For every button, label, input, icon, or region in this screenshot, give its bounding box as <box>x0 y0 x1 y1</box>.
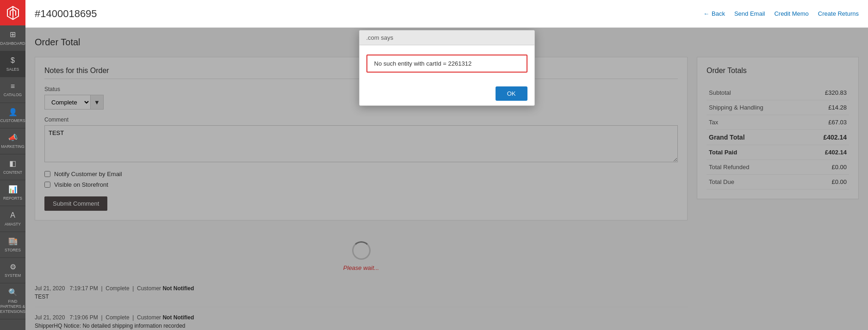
sidebar-item-label: REPORTS <box>3 196 22 201</box>
marketing-icon: 📣 <box>8 133 18 143</box>
reports-icon: 📊 <box>8 185 18 195</box>
sidebar-item-label: CUSTOMERS <box>0 118 25 123</box>
find-icon: 🔍 <box>8 288 18 298</box>
page-header: #1400018695 ← Back Send Email Credit Mem… <box>25 0 868 28</box>
credit-memo-button[interactable]: Credit Memo <box>774 10 808 17</box>
alert-dialog: .com says No such entity with cartId = 2… <box>359 30 535 106</box>
sidebar-item-label: FIND PARTNERS & EXTENSIONS <box>0 299 25 314</box>
content-area: .com says No such entity with cartId = 2… <box>25 28 868 330</box>
sales-icon: $ <box>11 56 15 66</box>
sidebar-item-label: AMASTY <box>5 222 21 227</box>
sidebar-item-label: SYSTEM <box>5 273 21 278</box>
sidebar-item-marketing[interactable]: 📣 MARKETING <box>0 128 25 154</box>
back-arrow-icon: ← <box>703 10 709 17</box>
send-email-button[interactable]: Send Email <box>734 10 765 17</box>
sidebar-item-label: DASHBOARD <box>0 41 25 46</box>
sidebar-item-dashboard[interactable]: ⊞ DASHBOARD <box>0 25 25 51</box>
sidebar: ⊞ DASHBOARD $ SALES ≡ CATALOG 👤 CUSTOMER… <box>0 0 25 330</box>
sidebar-item-reports[interactable]: 📊 REPORTS <box>0 180 25 206</box>
sidebar-item-label: SALES <box>6 67 19 72</box>
modal-footer: OK <box>360 82 534 105</box>
modal-ok-button[interactable]: OK <box>496 86 527 101</box>
sidebar-item-catalog[interactable]: ≡ CATALOG <box>0 77 25 103</box>
sidebar-item-system[interactable]: ⚙ SYSTEM <box>0 258 25 284</box>
sidebar-item-content[interactable]: ◧ CONTENT <box>0 154 25 180</box>
system-icon: ⚙ <box>10 263 16 272</box>
create-returns-button[interactable]: Create Returns <box>818 10 859 17</box>
amasty-icon: A <box>10 211 15 220</box>
modal-body: No such entity with cartId = 2261312 <box>360 45 534 82</box>
sidebar-item-sales[interactable]: $ SALES <box>0 51 25 77</box>
modal-header: .com says <box>360 31 534 45</box>
sidebar-item-label: MARKETING <box>1 144 25 149</box>
content-icon: ◧ <box>9 159 16 169</box>
modal-overlay: .com says No such entity with cartId = 2… <box>25 28 868 330</box>
page-title: #1400018695 <box>35 8 703 20</box>
modal-error-message: No such entity with cartId = 2261312 <box>366 55 527 73</box>
stores-icon: 🏬 <box>8 237 18 246</box>
magento-logo <box>0 0 25 25</box>
back-button[interactable]: ← Back <box>703 10 725 17</box>
catalog-icon: ≡ <box>11 82 15 92</box>
modal-domain: .com says <box>366 34 394 41</box>
sidebar-item-label: STORES <box>5 248 21 253</box>
dashboard-icon: ⊞ <box>10 30 16 40</box>
sidebar-item-customers[interactable]: 👤 CUSTOMERS <box>0 103 25 129</box>
sidebar-item-stores[interactable]: 🏬 STORES <box>0 232 25 258</box>
customers-icon: 👤 <box>8 108 18 117</box>
header-actions: ← Back Send Email Credit Memo Create Ret… <box>703 10 859 17</box>
sidebar-item-find[interactable]: 🔍 FIND PARTNERS & EXTENSIONS <box>0 283 25 319</box>
sidebar-item-label: CONTENT <box>3 170 22 175</box>
sidebar-item-amasty[interactable]: A AMASTY <box>0 206 25 232</box>
main-content: #1400018695 ← Back Send Email Credit Mem… <box>25 0 868 330</box>
sidebar-item-label: CATALOG <box>4 92 22 98</box>
